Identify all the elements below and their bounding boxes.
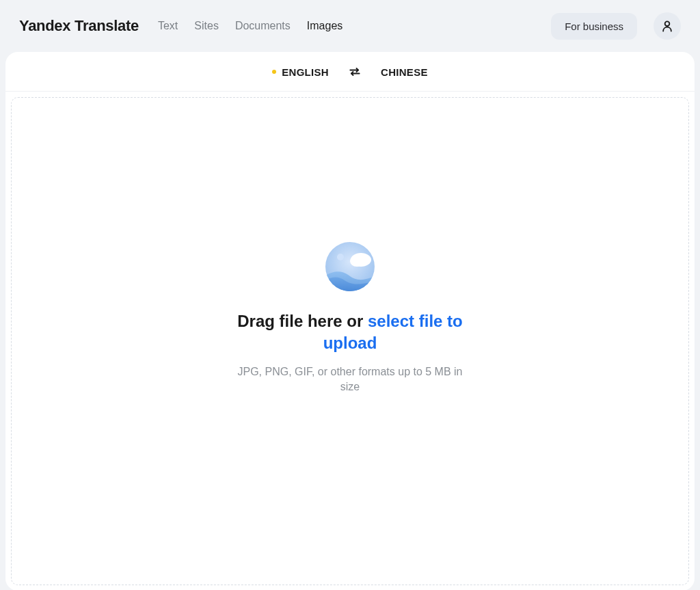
tab-images[interactable]: Images — [307, 20, 342, 32]
header: Yandex Translate Text Sites Documents Im… — [0, 0, 700, 52]
main-card: ENGLISH CHINESE — [5, 52, 695, 590]
target-language-selector[interactable]: CHINESE — [381, 66, 428, 78]
nav-tabs: Text Sites Documents Images — [158, 20, 342, 32]
logo-brand: Yandex — [19, 17, 70, 34]
source-language-label: ENGLISH — [282, 66, 329, 78]
logo-product: Translate — [75, 17, 139, 34]
swap-icon — [348, 65, 362, 79]
tab-text[interactable]: Text — [158, 20, 178, 32]
drag-prefix: Drag file here or — [237, 312, 368, 330]
dropzone-wrap: Drag file here or select file to upload … — [5, 92, 695, 590]
user-icon — [660, 19, 674, 33]
autodetect-dot-icon — [272, 70, 276, 74]
dropzone[interactable]: Drag file here or select file to upload … — [11, 97, 689, 585]
tab-documents[interactable]: Documents — [235, 20, 291, 32]
file-hint: JPG, PNG, GIF, or other formats up to 5 … — [234, 364, 466, 395]
swap-languages-button[interactable] — [348, 65, 362, 79]
image-upload-icon — [323, 239, 377, 294]
svg-point-5 — [350, 256, 364, 267]
source-language-selector[interactable]: ENGLISH — [272, 66, 329, 78]
avatar[interactable] — [654, 12, 681, 40]
tab-sites[interactable]: Sites — [194, 20, 219, 32]
svg-point-0 — [665, 21, 670, 26]
target-language-label: CHINESE — [381, 66, 428, 78]
drag-instruction: Drag file here or select file to upload — [220, 310, 480, 353]
for-business-button[interactable]: For business — [551, 13, 637, 40]
app-logo[interactable]: Yandex Translate — [19, 17, 139, 35]
language-bar: ENGLISH CHINESE — [5, 52, 695, 92]
svg-point-2 — [337, 254, 344, 260]
